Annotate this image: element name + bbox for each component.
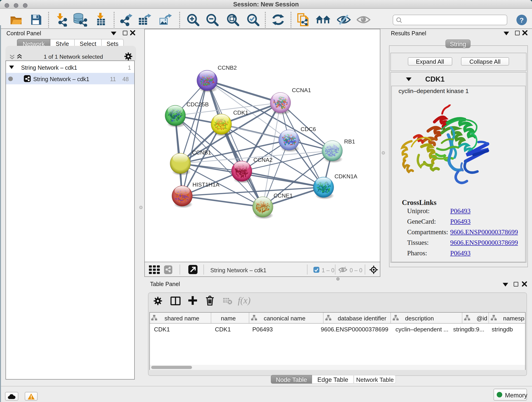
svg-text:CCNB2: CCNB2 <box>218 65 237 71</box>
svg-text:RB1: RB1 <box>344 138 355 145</box>
svg-text:CDC6: CDC6 <box>301 126 316 132</box>
svg-text:CDK1: CDK1 <box>233 109 248 116</box>
svg-text:CCNE1: CCNE1 <box>273 192 293 199</box>
svg-text:CDKN1A: CDKN1A <box>335 173 357 179</box>
svg-text:CCNA1: CCNA1 <box>292 87 311 93</box>
svg-text:CCNA2: CCNA2 <box>253 157 272 163</box>
svg-text:CCNB1: CCNB1 <box>192 149 211 156</box>
svg-text:CDC25B: CDC25B <box>186 101 209 108</box>
svg-text:HIST1H1A: HIST1H1A <box>192 182 220 188</box>
